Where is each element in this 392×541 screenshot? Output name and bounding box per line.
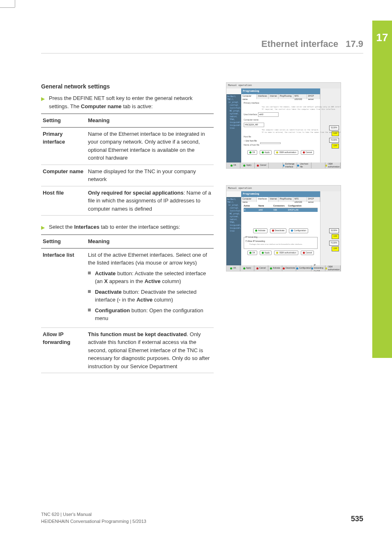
step1-bold: Computer name	[81, 103, 122, 109]
softkey-ok[interactable]: OK	[226, 265, 240, 271]
cell-setting: Primary interface	[41, 127, 86, 165]
primary-interface-help: You can configure the domain, name serve…	[262, 106, 318, 111]
tab-dhcp[interactable]: DHCP server	[307, 94, 320, 99]
deactivate-button[interactable]: Deactivate	[270, 228, 287, 233]
softkey-empty	[311, 163, 325, 168]
page: 17 Ethernet interface 17.9 General netwo…	[0, 0, 392, 541]
header-section-number: 17.9	[346, 37, 363, 51]
tab-computer-name[interactable]: Computer name	[241, 197, 257, 202]
apply-button[interactable]: Apply	[260, 150, 272, 155]
check-icon	[243, 267, 245, 269]
softkey-cancel[interactable]: Cancel	[255, 163, 269, 168]
allow-ip-forwarding-check[interactable]: ☐ Allow IP forwarding	[245, 240, 316, 243]
subheading-general-network: General network settings	[41, 82, 214, 91]
cell-setting: Allow IP forwarding	[41, 327, 86, 373]
check-icon	[249, 252, 251, 254]
cell-setting: Host file	[41, 186, 86, 216]
step-interfaces-tab: ▶ Select the Interfaces tab to enter the…	[41, 223, 214, 231]
apply-button[interactable]: Apply	[260, 251, 272, 255]
used-interface-label: Used interface:	[244, 113, 258, 116]
dialog-body: Primary interface You can configure the …	[241, 99, 320, 157]
tab-interfaces[interactable]: Interfaces	[257, 197, 269, 202]
bullet-bold: Configuration	[95, 307, 130, 313]
off-badge-2: OFF	[332, 144, 339, 149]
softkey-exchange[interactable]: Exchange interface	[283, 163, 297, 168]
cell-setting: Interface list	[41, 248, 86, 327]
cell-bold: This function must be kept deactivated	[88, 331, 187, 337]
step2-suffix: tab to enter the interface settings:	[99, 224, 180, 230]
step-define-net: ▶ Press the DEFINE NET soft key to enter…	[41, 94, 214, 110]
softkey-oem-auth[interactable]: OEM authorization	[325, 265, 341, 271]
tab-ping-routing[interactable]: Ping/Routing	[279, 94, 293, 99]
softkey-apply[interactable]: Apply	[240, 163, 254, 168]
tab-nfs[interactable]: NFS UID/GID	[293, 94, 307, 99]
tab-dhcp[interactable]: DHCP server	[307, 197, 320, 202]
th-meaning: Meaning	[86, 114, 214, 128]
softkey-apply[interactable]: Apply	[240, 265, 254, 271]
softkey-cancel[interactable]: Cancel	[254, 265, 268, 271]
list-item: Deactivate button: Deactivate the select…	[88, 288, 212, 304]
check-icon	[262, 252, 264, 254]
tab-ping-routing[interactable]: Ping/Routing	[279, 197, 293, 202]
softkey-use-host-file[interactable]: Use host file	[297, 163, 311, 168]
computer-name-help: The computer name serves as identificati…	[262, 129, 318, 134]
table-computer-name: Setting Meaning Primary interface Name o…	[41, 114, 214, 216]
dialog-tabs: Computer name Interfaces Internet Ping/R…	[241, 94, 320, 99]
mode-bar: Manual operation	[226, 83, 341, 88]
footer-line2: HEIDENHAIN Conversational Programming | …	[41, 518, 146, 525]
feed-badge-2: F100%	[329, 138, 339, 143]
crop-marks	[0, 0, 392, 21]
toggle-icon	[311, 267, 313, 269]
softkey-row: OK Apply Cancel Activate Deactivate Conf…	[226, 265, 341, 271]
configuration-button[interactable]: Configuration	[289, 228, 308, 233]
ok-button[interactable]: OK	[247, 251, 257, 255]
softkey-ok[interactable]: OK	[226, 163, 240, 168]
host-file-label: Host file	[244, 135, 318, 139]
ok-button[interactable]: OK	[247, 150, 257, 155]
cancel-icon	[256, 267, 258, 269]
computer-name-input[interactable]: HNC6204_HR	[244, 123, 264, 128]
cell-meaning: List of the active Ethernet interfaces. …	[86, 248, 214, 327]
activate-button[interactable]: Activate	[253, 228, 267, 233]
dialog-tabs: Computer name Interfaces Internet Ping/R…	[241, 197, 320, 202]
tab-interfaces[interactable]: Interfaces	[257, 94, 269, 99]
list-head-name: Name	[258, 204, 273, 208]
tab-computer-name[interactable]: Computer name	[241, 94, 257, 99]
softkey-oem-auth[interactable]: OEM authorization	[325, 163, 341, 168]
right-sidebar: S100% OFF F100% OFF	[320, 191, 341, 271]
tab-internet[interactable]: Internet	[269, 94, 279, 99]
softkey-activate[interactable]: Activate	[268, 265, 282, 271]
cancel-button[interactable]: Cancel	[301, 150, 314, 155]
use-host-file-check[interactable]: ○ Use host file	[244, 139, 318, 143]
step2-bold: Interfaces	[74, 224, 99, 230]
oem-auth-button[interactable]: OEM authorization	[274, 251, 298, 255]
softkey-deactivate[interactable]: Deactivate	[282, 265, 296, 271]
off-badge: OFF	[332, 234, 339, 239]
tab-internet[interactable]: Internet	[269, 197, 279, 202]
softkey-configuration[interactable]: Configuration	[296, 265, 312, 271]
left-column: General network settings ▶ Press the DEF…	[41, 82, 214, 381]
step1-suffix: tab is active:	[122, 103, 153, 109]
cell-meaning: This function must be kept deactivated. …	[86, 327, 214, 373]
tab-nfs[interactable]: NFS UID/GID	[293, 197, 307, 202]
content-area: General network settings ▶ Press the DEF…	[41, 82, 363, 381]
oem-auth-button[interactable]: OEM authorization	[274, 150, 298, 155]
page-header: Ethernet interface 17.9	[41, 37, 363, 53]
th-setting: Setting	[41, 235, 86, 248]
file-icon	[297, 165, 299, 167]
screenshot-interfaces-tab: Manual operation Programming DefNet\ TNC…	[226, 185, 341, 272]
table-row: Interface list List of the active Ethern…	[41, 248, 214, 327]
interface-row-selected[interactable]: X eth0 X26 DHCP-LAN	[244, 208, 318, 212]
cancel-button[interactable]: Cancel	[301, 251, 314, 255]
programming-title: Programming	[241, 191, 320, 197]
key-icon	[325, 165, 327, 167]
softkey-ip-forwarding[interactable]: IP forwarding On/Off	[311, 265, 325, 271]
cell-meaning: Only required for special applications: …	[86, 186, 214, 216]
used-interface-select[interactable]: eth0	[258, 112, 279, 117]
ip-forwarding-group: IP forwarding	[245, 236, 257, 239]
key-icon	[325, 267, 327, 269]
table-interfaces: Setting Meaning Interface list List of t…	[41, 235, 214, 373]
page-number: 535	[351, 513, 363, 525]
list-head-config: Configuration	[288, 204, 318, 208]
host-file-name-input[interactable]	[260, 142, 281, 144]
